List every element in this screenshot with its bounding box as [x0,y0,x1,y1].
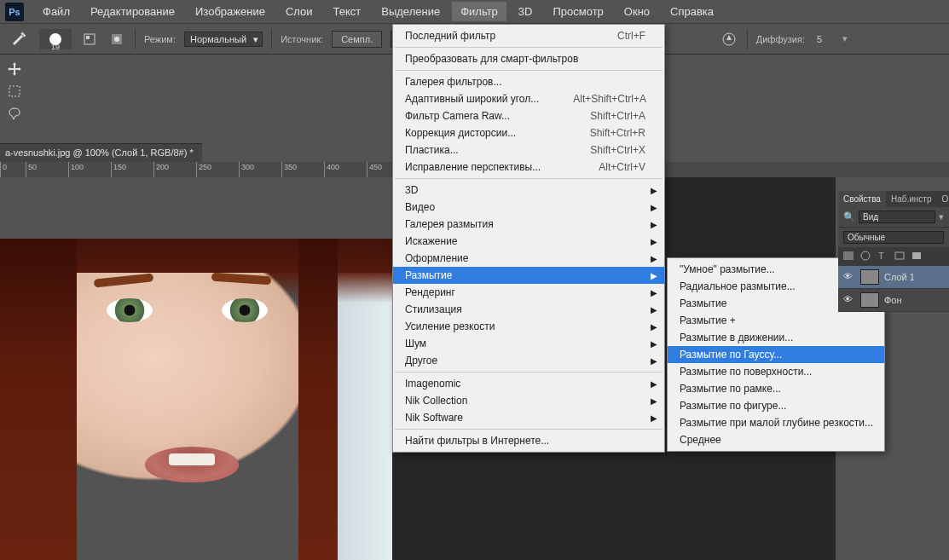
menu-bar: Ps Файл Редактирование Изображение Слои … [0,0,949,24]
filter-menu-item[interactable]: Преобразовать для смарт-фильтров [393,50,664,67]
move-tool[interactable] [0,58,29,80]
view-select[interactable]: Вид [859,211,935,223]
filter-menu-dropdown: Последний фильтрCtrl+FПреобразовать для … [392,24,665,453]
blend-mode-select[interactable]: Нормальный ▾ [184,32,263,47]
lasso-tool[interactable] [0,102,29,124]
filter-menu-item[interactable]: Рендеринг▶ [393,284,664,301]
filter-adjust-icon[interactable] [859,250,874,263]
sample-layers-icon[interactable] [107,30,126,49]
filter-menu-item[interactable]: Стилизация▶ [393,301,664,318]
layer-row-background[interactable]: 👁 Фон [838,289,949,312]
right-panels: Свойства Наб.инстр О 🔍 Вид ▾ Обычные T 👁… [838,191,949,312]
filter-menu-item[interactable]: Последний фильтрCtrl+F [393,27,664,44]
menu-edit[interactable]: Редактирование [82,2,183,21]
filter-menu-item[interactable]: Видео▶ [393,199,664,216]
menu-3d[interactable]: 3D [510,2,541,21]
source-sampled-button[interactable]: Семпл. [332,31,382,48]
layer-filter-toolbar: T [838,247,949,266]
filter-menu-item[interactable]: Пластика...Shift+Ctrl+X [393,141,664,159]
filter-smart-icon[interactable] [910,250,925,263]
filter-menu-item[interactable]: Галерея размытия▶ [393,216,664,233]
filter-pixel-icon[interactable] [842,250,857,263]
menu-filter[interactable]: Фильтр [452,2,506,21]
filter-menu-item[interactable]: Фильтр Camera Raw...Shift+Ctrl+A [393,107,664,124]
filter-menu-item[interactable]: Искажение▶ [393,233,664,250]
svg-rect-6 [9,86,20,96]
layer-row-1[interactable]: 👁 Слой 1 [838,266,949,289]
filter-menu-item[interactable]: Imagenomic▶ [393,375,664,392]
tab-properties[interactable]: Свойства [838,191,886,207]
visibility-icon[interactable]: 👁 [843,294,855,306]
filter-menu-item[interactable]: Найти фильтры в Интернете... [393,432,664,449]
blend-mode-panel-select[interactable]: Обычные [843,231,944,244]
filter-menu-item[interactable]: Шум▶ [393,335,664,352]
tab-overflow[interactable]: О [936,191,949,207]
menu-window[interactable]: Окно [616,2,658,21]
app-logo: Ps [5,3,24,21]
svg-rect-7 [843,251,854,260]
menu-select[interactable]: Выделение [373,2,448,21]
source-label: Источник: [281,34,323,44]
svg-point-8 [861,251,870,260]
blur-submenu-item[interactable]: Размытие в движении... [668,329,884,346]
svg-rect-2 [86,36,90,39]
svg-rect-11 [912,252,921,259]
filter-menu-item[interactable]: Оформление▶ [393,250,664,267]
search-icon: 🔍 [843,211,855,222]
diffusion-value[interactable]: 5 [817,34,822,44]
document-tab[interactable]: a-vesnushki.jpg @ 100% (Слой 1, RGB/8#) … [0,143,202,162]
canvas-image[interactable] [0,239,392,560]
menu-help[interactable]: Справка [662,2,722,21]
filter-shape-icon[interactable] [893,250,908,263]
menu-view[interactable]: Просмотр [544,2,611,21]
filter-text-icon[interactable]: T [876,250,891,263]
diffusion-label: Диффузия: [756,34,805,44]
menu-file[interactable]: Файл [34,2,78,21]
blur-submenu-item[interactable]: Размытие по Гауссу... [668,346,884,363]
layer-thumbnail [860,292,879,308]
brush-size-label: 19 [51,43,60,51]
filter-menu-item[interactable]: Галерея фильтров... [393,73,664,90]
tab-tool-presets[interactable]: Наб.инстр [886,191,937,207]
layer-thumbnail [860,269,879,285]
menu-text[interactable]: Текст [325,2,370,21]
filter-menu-item[interactable]: Усиление резкости▶ [393,318,664,335]
brush-preset-picker[interactable]: 19 [39,29,72,49]
blur-submenu-item[interactable]: Размытие по рамке... [668,380,884,397]
filter-menu-item[interactable]: Другое▶ [393,352,664,369]
pressure-size-icon[interactable] [720,30,738,49]
properties-panel-tabs: Свойства Наб.инстр О [838,191,949,207]
menu-layers[interactable]: Слои [277,2,321,21]
layer-name: Слой 1 [884,272,915,282]
filter-menu-item[interactable]: Nik Collection▶ [393,392,664,409]
svg-text:T: T [878,251,884,261]
healing-brush-tool-icon[interactable] [7,27,31,51]
svg-point-4 [114,37,119,42]
mode-label: Режим: [144,34,176,44]
filter-menu-item[interactable]: Размытие▶ [393,267,664,284]
filter-menu-item[interactable]: Nik Software▶ [393,409,664,426]
toggle-brush-panel-icon[interactable] [80,30,99,49]
blur-submenu-item[interactable]: Размытие по поверхности... [668,363,884,380]
marquee-tool[interactable] [0,80,29,102]
filter-menu-item[interactable]: Исправление перспективы...Alt+Ctrl+V [393,159,664,176]
visibility-icon[interactable]: 👁 [843,271,855,283]
filter-menu-item[interactable]: Адаптивный широкий угол...Alt+Shift+Ctrl… [393,90,664,107]
blur-submenu-item[interactable]: Размытие при малой глубине резкости... [668,414,884,431]
filter-menu-item[interactable]: Коррекция дисторсии...Shift+Ctrl+R [393,124,664,141]
filter-menu-item[interactable]: 3D▶ [393,182,664,199]
blur-submenu-item[interactable]: Среднее [668,431,884,448]
svg-rect-10 [895,252,904,259]
tools-panel [0,55,29,124]
blur-submenu-item[interactable]: Размытие + [668,312,884,329]
blur-submenu-item[interactable]: Размытие по фигуре... [668,397,884,414]
menu-image[interactable]: Изображение [187,2,274,21]
layer-name: Фон [884,295,902,305]
